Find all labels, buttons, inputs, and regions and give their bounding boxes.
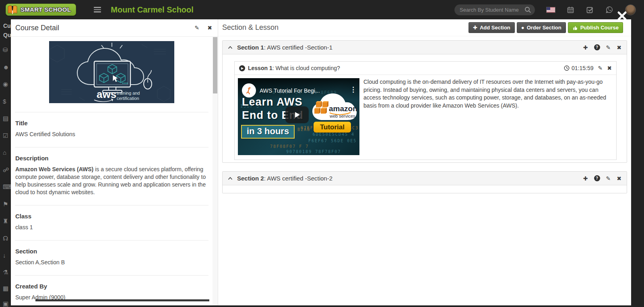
- communicate-icon[interactable]: ⚑: [3, 201, 8, 207]
- student-search-box[interactable]: [454, 4, 535, 15]
- book-logo-icon: [6, 4, 19, 16]
- edit-section-icon[interactable]: ✎: [606, 176, 611, 181]
- whatsapp-chat-icon[interactable]: [605, 6, 613, 14]
- help-icon[interactable]: ?: [594, 175, 600, 181]
- section-1-body: ▶ Lesson 1 : What is cloud computing? 01…: [223, 54, 627, 163]
- edit-lesson-icon[interactable]: ✎: [598, 65, 603, 71]
- hamburger-menu-icon[interactable]: [94, 7, 101, 12]
- class-value: class 1: [15, 224, 208, 231]
- horizontal-scrollbar-thumb[interactable]: [35, 299, 209, 301]
- section-2-header[interactable]: Section 2 : AWS certified -Section-2 ✚ ?…: [223, 172, 627, 185]
- section-2-accordion: Section 2 : AWS certified -Section-2 ✚ ?…: [222, 171, 627, 193]
- svg-text:certification: certification: [117, 96, 139, 101]
- svg-text:training and: training and: [117, 91, 140, 95]
- homework-icon[interactable]: ☊: [3, 235, 8, 241]
- section-1-header[interactable]: Section 1 : AWS certified -Section-1 ✚ ?…: [223, 41, 627, 54]
- created-by-label: Created By: [15, 283, 208, 290]
- section-1-subtitle: : AWS certified -Section-1: [264, 44, 332, 51]
- modal-close-icon[interactable]: [617, 11, 627, 21]
- smart-school-logo[interactable]: SMART SCHOOL: [6, 4, 76, 16]
- lesson-1-header: ▶ Lesson 1 : What is cloud computing? 01…: [235, 62, 616, 75]
- field-title: Title AWS Certified Solutions: [15, 112, 208, 147]
- lesson-1-body: 8 018F 01 F E0 8F689 07EF 8F6 CD4 C4BC3 …: [235, 75, 616, 160]
- language-flag-icon[interactable]: [547, 7, 555, 12]
- vertical-scrollbar-thumb[interactable]: [213, 37, 217, 93]
- top-navbar: SMART SCHOOL Mount Carmel School: [0, 0, 644, 19]
- lesson-1-subtitle: : What is cloud computing?: [272, 65, 340, 71]
- school-name-title: Mount Carmel School: [111, 5, 194, 15]
- description-value: Amazon Web Services (AWS) is a secure cl…: [15, 166, 208, 196]
- add-lesson-icon[interactable]: ✚: [583, 176, 588, 181]
- thumbs-up-icon: [572, 25, 578, 31]
- fees-collection-icon[interactable]: ⛁: [3, 47, 8, 53]
- examinations-icon[interactable]: ▤: [3, 115, 8, 121]
- help-icon[interactable]: ?: [594, 44, 600, 50]
- description-bold-part: Amazon Web Services (AWS): [15, 166, 93, 172]
- library-icon[interactable]: ↓: [3, 252, 6, 258]
- section-2-subtitle: : AWS certified -Section-2: [264, 175, 332, 182]
- section-value: Section A,Section B: [15, 259, 208, 266]
- download-center-icon[interactable]: ♜: [3, 218, 8, 224]
- sidebar-clipped-label: Qu: [3, 32, 11, 38]
- field-description: Description Amazon Web Services (AWS) is…: [15, 147, 208, 205]
- publish-course-button[interactable]: Publish Course: [568, 22, 623, 33]
- student-info-icon[interactable]: ☻: [3, 64, 9, 70]
- field-class: Class class 1: [15, 205, 208, 240]
- human-resource-icon[interactable]: ⌨: [3, 184, 11, 190]
- video-play-button[interactable]: [285, 106, 309, 123]
- calendar-icon[interactable]: [567, 6, 574, 14]
- chevron-up-icon[interactable]: [228, 46, 233, 49]
- section-label: Section: [15, 248, 208, 255]
- hex-decoration: 6DE50E5CD45 4: [313, 132, 355, 137]
- reports-icon[interactable]: ▦: [3, 285, 8, 291]
- order-section-button[interactable]: ● Order Section: [517, 22, 566, 33]
- delete-section-icon[interactable]: ✖: [617, 176, 621, 181]
- video-channel-avatar[interactable]: [242, 83, 256, 97]
- amazon-brand-text: amazon: [329, 104, 357, 113]
- class-label: Class: [15, 213, 208, 220]
- section-2-name: Section 2: [237, 175, 264, 182]
- plus-icon: ✚: [473, 25, 477, 30]
- title-value: AWS Certified Solutions: [15, 131, 208, 138]
- lesson-duration: 01:15:59: [564, 65, 594, 71]
- navbar-right-tools: [454, 4, 636, 15]
- order-icon: ●: [521, 25, 524, 30]
- logo-text: SMART SCHOOL: [21, 6, 71, 13]
- aws-wordmark: aws: [97, 88, 116, 100]
- hex-decoration: 90780189 78F78F07: [286, 149, 341, 154]
- close-course-detail-icon[interactable]: ✖: [207, 25, 212, 31]
- expenses-icon[interactable]: $: [3, 98, 6, 104]
- course-detail-panel: Course Detail ✎ ✖: [11, 19, 218, 305]
- tasks-check-icon[interactable]: [586, 6, 594, 14]
- inventory-icon[interactable]: ⚗: [3, 269, 8, 275]
- course-detail-header: Course Detail ✎ ✖: [11, 19, 218, 37]
- lesson-description: Cloud computing is the on-demand deliver…: [363, 78, 613, 156]
- academics-icon[interactable]: ⌂: [3, 149, 6, 156]
- section-lesson-header: Section & Lesson ✚ Add Section ● Order S…: [218, 19, 631, 36]
- web-services-text: web services: [329, 114, 355, 118]
- field-section: Section Section A,Section B: [15, 241, 208, 275]
- lesson-video-thumbnail[interactable]: 8 018F 01 F E0 8F689 07EF 8F6 CD4 C4BC3 …: [238, 78, 359, 155]
- course-detail-title: Course Detail: [15, 24, 59, 32]
- lesson-plan-icon[interactable]: ☍: [3, 167, 9, 173]
- hex-decoration: 78F08F07 F 7: [270, 144, 309, 149]
- section-1-accordion: Section 1 : AWS certified -Section-1 ✚ ?…: [222, 40, 627, 163]
- section-2-body: [223, 185, 627, 193]
- lesson-1-name: Lesson 1: [248, 65, 272, 71]
- edit-section-icon[interactable]: ✎: [606, 45, 611, 50]
- edit-course-icon[interactable]: ✎: [195, 25, 200, 31]
- clock-icon: [564, 65, 570, 71]
- section-lesson-panel: Section & Lesson ✚ Add Section ● Order S…: [218, 19, 631, 305]
- add-section-button[interactable]: ✚ Add Section: [469, 22, 515, 33]
- delete-section-icon[interactable]: ✖: [617, 45, 621, 50]
- chevron-up-icon[interactable]: [228, 177, 233, 180]
- hex-decoration: F6EF67 56DE 0E5: [308, 139, 357, 143]
- delete-lesson-icon[interactable]: ✖: [607, 65, 612, 71]
- attendance-icon[interactable]: ☑: [3, 133, 8, 139]
- income-icon[interactable]: ◉: [3, 81, 8, 87]
- add-lesson-icon[interactable]: ✚: [583, 45, 588, 50]
- search-input[interactable]: [460, 7, 524, 13]
- search-icon[interactable]: [524, 6, 531, 13]
- settings-icon[interactable]: ▣: [3, 301, 8, 307]
- lesson-play-icon: ▶: [239, 65, 245, 71]
